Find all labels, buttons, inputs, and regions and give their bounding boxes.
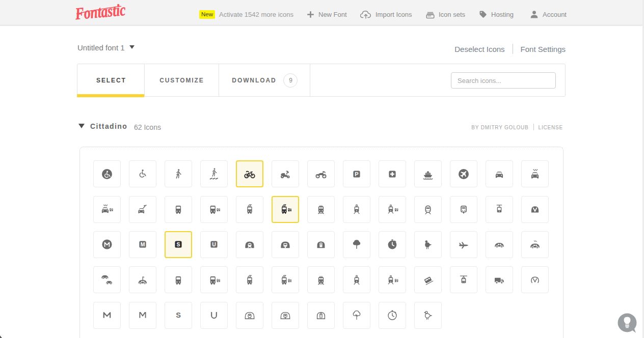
svg-text:Fontastic: Fontastic	[75, 1, 126, 23]
svg-text:P: P	[355, 171, 358, 177]
svg-text:S: S	[176, 241, 180, 247]
svg-text:S: S	[176, 312, 181, 320]
svg-text:M: M	[141, 241, 145, 247]
svg-text:U: U	[212, 241, 216, 247]
